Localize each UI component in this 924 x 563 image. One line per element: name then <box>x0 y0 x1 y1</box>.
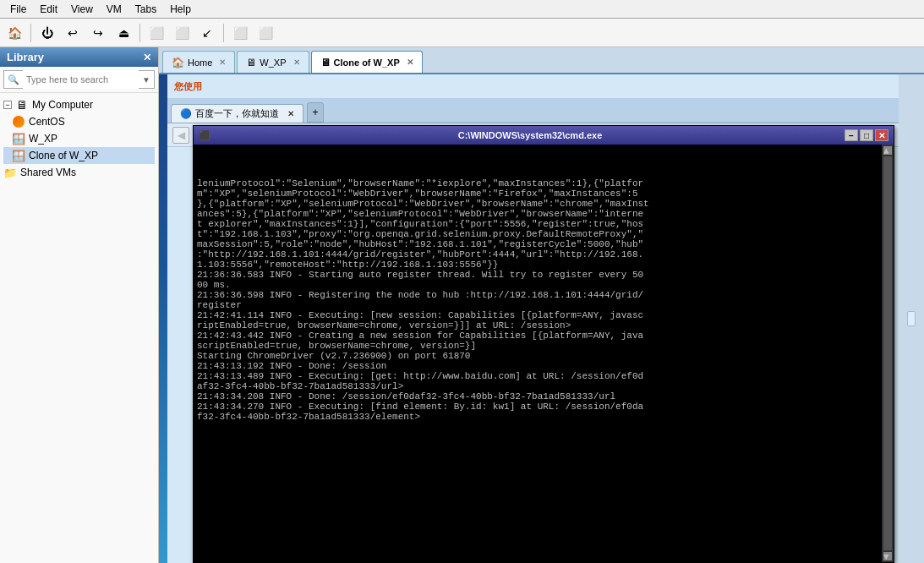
sidebar-header: Library ✕ <box>0 47 158 67</box>
browser-tab-baidu-close[interactable]: ✕ <box>287 109 294 118</box>
toolbar-sep-1 <box>30 24 31 42</box>
tab-home-close[interactable]: ✕ <box>219 57 226 67</box>
search-icon: 🔍 <box>8 74 19 85</box>
computer-icon: 🖥 <box>15 98 29 112</box>
sidebar-item-my-computer[interactable]: − 🖥 My Computer <box>3 96 155 113</box>
toolbar-fullscreen-btn[interactable]: ⬜ <box>145 22 167 44</box>
sidebar-item-wxp[interactable]: 🪟 W_XP <box>3 130 155 147</box>
sidebar: Library ✕ 🔍 ▼ − 🖥 My Computer CentOS <box>0 47 159 563</box>
toolbar-prefs-btn[interactable]: ⬜ <box>254 22 276 44</box>
toolbar-home-btn[interactable]: 🏠 <box>3 22 25 44</box>
sidebar-item-label-shared-vms: Shared VMs <box>20 167 76 178</box>
browser-tab-bar: 🔵 百度一下，你就知道 ✕ + <box>167 98 899 123</box>
sidebar-item-label-centos: CentOS <box>29 116 65 128</box>
sidebar-search-area: 🔍 ▼ <box>0 67 158 93</box>
cmd-body: ▲ ▼ leniumProtocol":"Selenium","browserN… <box>194 145 894 562</box>
wxp-icon: 🪟 <box>12 132 25 145</box>
tabs-bar: 🏠 Home ✕ 🖥 W_XP ✕ 🖥 Clone of W_XP ✕ <box>159 47 924 74</box>
tab-home-icon: 🏠 <box>172 57 184 68</box>
search-input[interactable] <box>23 70 139 89</box>
vm-sidebar-right <box>899 74 924 563</box>
nav-back-btn[interactable]: ◀ <box>172 127 189 144</box>
toolbar: 🏠 ⏻ ↩ ↪ ⏏ ⬜ ⬜ ↙ ⬜ ⬜ <box>0 19 924 47</box>
tab-wxp-icon: 🖥 <box>246 57 256 68</box>
shared-vms-icon: 📁 <box>3 166 17 179</box>
tab-clone-wxp[interactable]: 🖥 Clone of W_XP ✕ <box>311 51 423 73</box>
menu-file[interactable]: File <box>3 2 33 17</box>
cmd-controls: − □ ✕ <box>845 129 888 141</box>
toolbar-suspend-btn[interactable]: ↪ <box>87 22 109 44</box>
cmd-window[interactable]: ⬛ C:\WINDOWS\system32\cmd.exe − □ ✕ ▲ <box>193 125 894 563</box>
menu-edit[interactable]: Edit <box>33 2 64 17</box>
content-area: 🏠 Home ✕ 🖥 W_XP ✕ 🖥 Clone of W_XP ✕ <box>159 47 924 563</box>
vm-display[interactable]: 您使用 🔵 百度一下，你就知道 ✕ + ◀ ▶ <box>159 74 899 563</box>
menu-view[interactable]: View <box>64 2 100 17</box>
vm-content: 您使用 🔵 百度一下，你就知道 ✕ + ◀ ▶ <box>159 74 924 563</box>
search-dropdown-icon[interactable]: ▼ <box>142 75 150 85</box>
clone-wxp-icon: 🪟 <box>12 149 25 162</box>
cmd-close-btn[interactable]: ✕ <box>875 129 888 141</box>
new-tab-btn[interactable]: + <box>307 102 324 123</box>
toolbar-sep-3 <box>223 24 224 42</box>
toolbar-eject-btn[interactable]: ⏏ <box>112 22 134 44</box>
browser-tab-baidu[interactable]: 🔵 百度一下，你就知道 ✕ <box>171 104 303 123</box>
cmd-title: C:\WINDOWS\system32\cmd.exe <box>458 130 603 140</box>
tree-expand-my-computer[interactable]: − <box>3 101 12 109</box>
cmd-icon: ⬛ <box>199 130 210 141</box>
sidebar-item-label-my-computer: My Computer <box>32 99 93 111</box>
tab-wxp-label: W_XP <box>260 57 286 68</box>
browser-tab-baidu-label: 百度一下，你就知道 <box>195 107 279 120</box>
centos-icon <box>12 115 25 128</box>
sidebar-item-label-wxp: W_XP <box>29 133 57 145</box>
sidebar-title: Library <box>7 51 44 63</box>
cmd-scrollbar[interactable]: ▲ ▼ <box>882 145 894 562</box>
vm-sidebar-btn-down[interactable] <box>907 311 916 326</box>
search-box[interactable]: 🔍 ▼ <box>3 70 155 89</box>
sidebar-item-centos[interactable]: CentOS <box>3 113 155 130</box>
tab-home-label: Home <box>188 57 212 68</box>
you-use-text: 您使用 <box>174 80 202 93</box>
toolbar-unity-btn[interactable]: ⬜ <box>171 22 193 44</box>
sidebar-tree: − 🖥 My Computer CentOS 🪟 W_XP 🪟 Clone of… <box>0 93 158 563</box>
cmd-minimize-btn[interactable]: − <box>845 129 858 141</box>
scrollbar-track[interactable] <box>883 156 892 550</box>
menu-help[interactable]: Help <box>163 2 198 17</box>
sidebar-item-label-clone-wxp: Clone of W_XP <box>29 150 98 161</box>
toolbar-refresh-btn[interactable]: ↩ <box>62 22 84 44</box>
toolbar-view-btn[interactable]: ⬜ <box>229 22 251 44</box>
toolbar-snap-btn[interactable]: ↙ <box>196 22 218 44</box>
tab-clone-wxp-label: Clone of W_XP <box>334 57 400 68</box>
menu-vm[interactable]: VM <box>100 2 128 17</box>
sidebar-close-btn[interactable]: ✕ <box>143 52 151 63</box>
sidebar-item-shared-vms[interactable]: 📁 Shared VMs <box>3 164 155 181</box>
scrollbar-down-btn[interactable]: ▼ <box>883 552 892 560</box>
tab-clone-wxp-close[interactable]: ✕ <box>407 57 413 67</box>
cmd-titlebar: ⬛ C:\WINDOWS\system32\cmd.exe − □ ✕ <box>194 126 894 145</box>
tab-wxp[interactable]: 🖥 W_XP ✕ <box>237 51 309 73</box>
menu-bar: File Edit View VM Tabs Help <box>0 0 924 19</box>
cmd-restore-btn[interactable]: □ <box>860 129 873 141</box>
use-notice-bar: 您使用 <box>167 74 899 98</box>
browser-tab-baidu-favicon: 🔵 <box>180 108 192 119</box>
tab-home[interactable]: 🏠 Home ✕ <box>162 51 235 73</box>
cmd-content: leniumProtocol":"Selenium","browserName"… <box>197 178 878 422</box>
scrollbar-up-btn[interactable]: ▲ <box>883 146 892 155</box>
tab-wxp-close[interactable]: ✕ <box>293 57 300 67</box>
sidebar-item-clone-wxp[interactable]: 🪟 Clone of W_XP <box>3 147 155 164</box>
tab-clone-wxp-icon: 🖥 <box>320 57 331 68</box>
menu-tabs[interactable]: Tabs <box>128 2 163 17</box>
toolbar-power-btn[interactable]: ⏻ <box>36 22 58 44</box>
main-layout: Library ✕ 🔍 ▼ − 🖥 My Computer CentOS <box>0 47 924 563</box>
toolbar-sep-2 <box>139 24 140 42</box>
browser-container: 您使用 🔵 百度一下，你就知道 ✕ + ◀ ▶ <box>167 74 899 563</box>
